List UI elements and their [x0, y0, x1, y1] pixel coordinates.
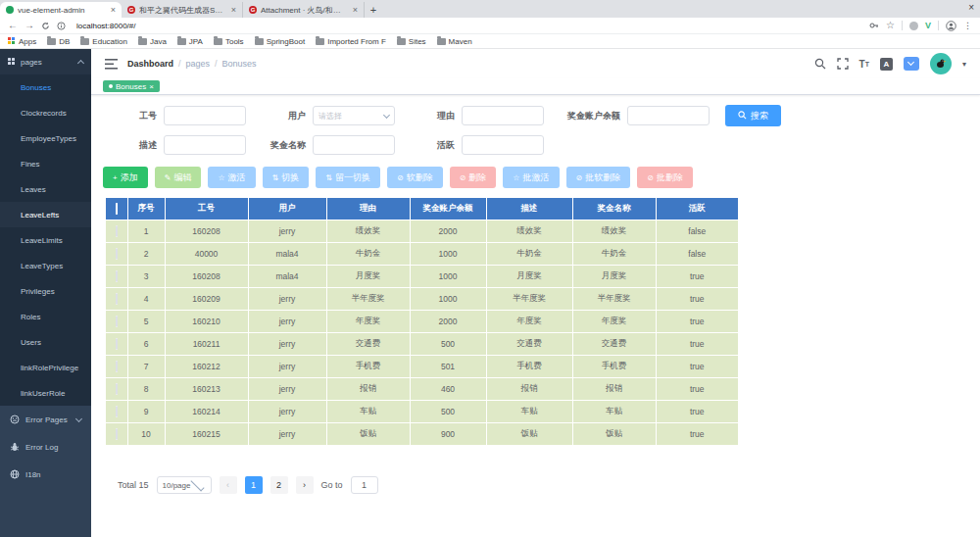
- bookmark-item[interactable]: Education: [80, 37, 127, 46]
- caret-down-icon[interactable]: ▾: [962, 60, 966, 69]
- row-checkbox[interactable]: [116, 383, 118, 395]
- sidebar-item-fines[interactable]: Fines: [0, 151, 91, 176]
- url-text[interactable]: localhost:8000/#/: [76, 22, 862, 30]
- bookmark-item[interactable]: Sites: [397, 37, 426, 46]
- table-row[interactable]: 1160208jerry绩效奖2000绩效奖绩效奖false: [106, 220, 738, 242]
- browser-menu-icon[interactable]: ⋮: [963, 21, 972, 30]
- sidebar-item-users[interactable]: Users: [0, 329, 91, 355]
- vue-devtools-icon[interactable]: V: [925, 21, 931, 30]
- bookmark-item[interactable]: Tools: [214, 37, 244, 46]
- filter-input[interactable]: [627, 106, 710, 125]
- password-key-icon[interactable]: [869, 21, 879, 30]
- filter-input[interactable]: [462, 106, 544, 125]
- new-tab-button[interactable]: +: [365, 2, 382, 18]
- row-checkbox[interactable]: [116, 338, 118, 350]
- table-row[interactable]: 7160212jerry手机费501手机费手机费true: [106, 355, 738, 377]
- browser-tab[interactable]: vue-element-admin×: [0, 2, 122, 18]
- site-info-icon[interactable]: [57, 22, 66, 30]
- row-checkbox[interactable]: [116, 316, 118, 327]
- prev-page-button[interactable]: ‹: [220, 476, 237, 494]
- table-row[interactable]: 9160214jerry车贴500车贴车贴true: [106, 400, 738, 422]
- row-checkbox[interactable]: [116, 225, 118, 237]
- bookmark-item[interactable]: Imported From F: [316, 37, 386, 46]
- goto-page-input[interactable]: [351, 476, 378, 494]
- table-row[interactable]: 3160208mala4月度奖1000月度奖月度奖true: [106, 265, 738, 287]
- tag-bonuses[interactable]: Bonuses ×: [103, 80, 160, 92]
- bookmark-star-icon[interactable]: ☆: [886, 21, 895, 30]
- bookmark-item[interactable]: SpringBoot: [255, 37, 306, 46]
- table-row[interactable]: 10160215jerry饭贴900饭贴饭贴true: [106, 422, 738, 445]
- forward-icon[interactable]: →: [24, 21, 34, 30]
- next-page-button[interactable]: ›: [296, 476, 314, 494]
- language-icon[interactable]: A: [880, 58, 893, 71]
- window-close-button[interactable]: ×: [968, 2, 974, 13]
- search-button[interactable]: 搜索: [725, 105, 781, 126]
- text-size-icon[interactable]: TT: [859, 59, 869, 70]
- sidebar-item-leavelefts[interactable]: LeaveLefts: [0, 202, 91, 227]
- fullscreen-icon[interactable]: [837, 58, 849, 70]
- filter-row: 工号用户请选择理由奖金账户余额搜索: [103, 105, 980, 126]
- profile-icon[interactable]: [946, 21, 956, 31]
- filter-input[interactable]: [164, 106, 246, 125]
- sidebar-item-leavelimits[interactable]: LeaveLimits: [0, 227, 91, 253]
- sidebar-item-leaves[interactable]: Leaves: [0, 176, 91, 202]
- 添加-button[interactable]: +添加: [103, 167, 148, 188]
- sidebar-group-pages[interactable]: pages: [0, 49, 91, 74]
- sidebar-item-error-log[interactable]: Error Log: [0, 433, 91, 461]
- sidebar-item-error-pages[interactable]: Error Pages: [0, 406, 91, 433]
- browser-tab[interactable]: G和平之翼代码生成器SMEU×: [122, 2, 243, 18]
- button-label: 软删除: [407, 171, 433, 184]
- table-row[interactable]: 4160209jerry半年度奖1000半年度奖半年度奖true: [106, 287, 738, 310]
- row-checkbox[interactable]: [116, 248, 118, 260]
- bookmark-item[interactable]: Apps: [8, 37, 36, 46]
- bookmark-item[interactable]: DB: [47, 37, 70, 46]
- user-select[interactable]: 请选择: [313, 106, 395, 125]
- dropdown-icon[interactable]: [904, 57, 919, 71]
- sidebar-item-roles[interactable]: Roles: [0, 304, 91, 329]
- sidebar-item-linkuserrole[interactable]: linkUserRole: [0, 380, 91, 406]
- tab-close-icon[interactable]: ×: [111, 5, 116, 15]
- table-row[interactable]: 8160213jerry报销460报销报销true: [106, 377, 738, 400]
- button-label: 切换: [281, 171, 299, 184]
- search-icon[interactable]: [814, 58, 826, 70]
- row-checkbox[interactable]: [116, 270, 118, 282]
- refresh-icon[interactable]: [41, 22, 50, 30]
- sidebar-item-clockrecords[interactable]: Clockrecords: [0, 100, 91, 125]
- tab-close-icon[interactable]: ×: [353, 5, 358, 15]
- hamburger-icon[interactable]: [105, 59, 118, 70]
- 删除-button: ⊘删除: [450, 167, 497, 188]
- browser-tab[interactable]: GAttachment · 火鸟/和平之翼×: [243, 2, 365, 18]
- table-row[interactable]: 240000mala4牛奶金1000牛奶金牛奶金false: [106, 242, 738, 265]
- filter-input[interactable]: [313, 135, 395, 155]
- sidebar-item-bonuses[interactable]: Bonuses: [0, 74, 91, 100]
- sidebar-item-privileges[interactable]: Privileges: [0, 278, 91, 304]
- filter-item: 描述: [103, 135, 246, 155]
- row-checkbox-cell: [106, 265, 127, 287]
- page-size-select[interactable]: 10/page: [157, 476, 212, 494]
- tab-close-icon[interactable]: ×: [231, 5, 236, 15]
- bookmark-item[interactable]: JPA: [177, 37, 203, 46]
- tag-close-icon[interactable]: ×: [149, 82, 154, 91]
- avatar[interactable]: [930, 53, 952, 74]
- row-checkbox[interactable]: [116, 428, 118, 440]
- sidebar-item-employeetypes[interactable]: EmployeeTypes: [0, 125, 91, 151]
- page-button-1[interactable]: 1: [245, 476, 263, 494]
- sidebar-item-leavetypes[interactable]: LeaveTypes: [0, 253, 91, 278]
- table-row[interactable]: 5160210jerry年度奖2000年度奖年度奖true: [106, 310, 738, 332]
- filter-input[interactable]: [462, 135, 544, 155]
- back-icon[interactable]: ←: [8, 21, 18, 30]
- row-checkbox[interactable]: [116, 406, 118, 417]
- table-row[interactable]: 6160211jerry交通费500交通费交通费true: [106, 332, 738, 355]
- bookmark-item[interactable]: Maven: [437, 37, 472, 46]
- breadcrumb-item[interactable]: pages: [186, 59, 211, 69]
- row-checkbox[interactable]: [116, 293, 118, 305]
- filter-input[interactable]: [164, 135, 246, 155]
- sidebar-item-linkroleprivilege[interactable]: linkRolePrivilege: [0, 355, 91, 380]
- bookmark-item[interactable]: Java: [138, 37, 167, 46]
- page-button-2[interactable]: 2: [270, 476, 288, 494]
- breadcrumb-item[interactable]: Bonuses: [222, 59, 257, 69]
- row-checkbox[interactable]: [116, 361, 118, 372]
- sidebar-item-i18n[interactable]: I18n: [0, 461, 91, 488]
- extension-icon[interactable]: [909, 22, 918, 30]
- select-all-checkbox[interactable]: [116, 203, 118, 215]
